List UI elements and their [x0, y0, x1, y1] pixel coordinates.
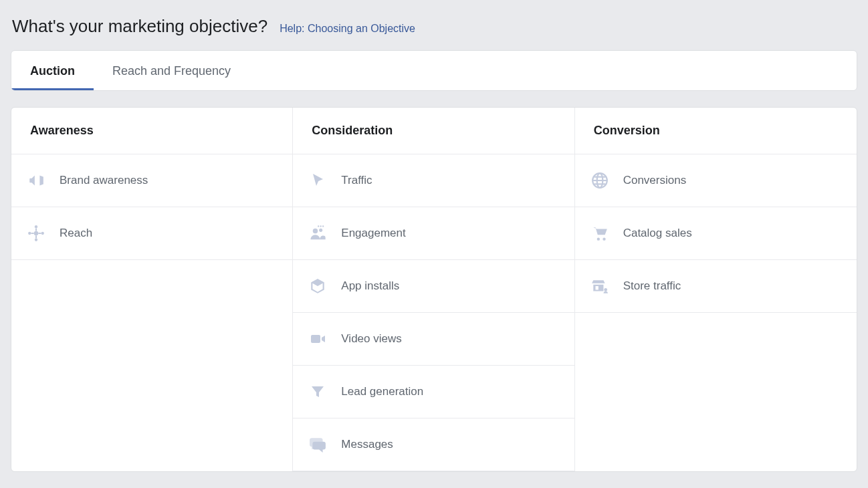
page-title: What's your marketing objective? [12, 16, 267, 37]
svg-point-8 [320, 225, 322, 227]
objective-lead-generation[interactable]: Lead generation [293, 366, 574, 418]
objective-label: Lead generation [341, 385, 423, 398]
box-icon [308, 276, 328, 296]
objective-label: Video views [341, 332, 401, 346]
tab-reach-frequency[interactable]: Reach and Frequency [94, 51, 249, 90]
funnel-icon [308, 382, 328, 402]
objective-label: Store traffic [623, 279, 681, 293]
svg-point-3 [28, 232, 31, 235]
column-header-awareness: Awareness [11, 108, 292, 154]
objective-label: App installs [341, 279, 399, 293]
objective-label: Messages [341, 438, 393, 451]
objective-reach[interactable]: Reach [11, 207, 292, 260]
objective-label: Traffic [341, 174, 372, 187]
svg-point-5 [313, 229, 318, 233]
column-conversion: Conversion Conversions Catalog sales Sto… [575, 108, 857, 471]
objective-store-traffic[interactable]: Store traffic [575, 260, 857, 313]
tabs-panel: Auction Reach and Frequency [11, 50, 857, 91]
objective-label: Brand awareness [60, 174, 148, 187]
svg-point-7 [318, 225, 319, 227]
svg-point-4 [41, 232, 44, 235]
svg-rect-10 [311, 335, 320, 343]
people-icon [308, 223, 328, 243]
objective-video-views[interactable]: Video views [293, 313, 574, 366]
objective-engagement[interactable]: Engagement [293, 207, 574, 260]
video-icon [308, 329, 328, 349]
column-header-conversion: Conversion [575, 108, 857, 154]
svg-point-6 [319, 229, 322, 232]
objective-traffic[interactable]: Traffic [293, 154, 574, 207]
objective-label: Reach [60, 227, 92, 240]
objective-brand-awareness[interactable]: Brand awareness [11, 154, 292, 207]
objective-app-installs[interactable]: App installs [293, 260, 574, 313]
store-icon [590, 276, 610, 296]
svg-point-13 [596, 238, 599, 241]
svg-point-9 [322, 225, 324, 227]
objective-label: Engagement [341, 227, 405, 240]
cursor-icon [308, 170, 328, 191]
chat-icon [308, 435, 328, 455]
objective-columns: Awareness Brand awareness Reach Consider… [11, 107, 857, 472]
globe-icon [590, 170, 610, 191]
column-consideration: Consideration Traffic Engagement App ins… [293, 108, 574, 471]
objective-messages[interactable]: Messages [293, 418, 574, 471]
objective-conversions[interactable]: Conversions [575, 154, 857, 207]
objective-label: Catalog sales [623, 227, 692, 240]
objective-catalog-sales[interactable]: Catalog sales [575, 207, 857, 260]
svg-point-15 [604, 288, 607, 291]
svg-point-2 [35, 239, 37, 241]
svg-point-14 [603, 238, 605, 241]
column-awareness: Awareness Brand awareness Reach [11, 108, 293, 471]
objective-label: Conversions [623, 174, 687, 187]
cart-icon [590, 223, 610, 243]
help-link[interactable]: Help: Choosing an Objective [280, 23, 415, 35]
reach-icon [26, 223, 46, 243]
tab-auction[interactable]: Auction [11, 51, 94, 90]
megaphone-icon [26, 170, 46, 191]
column-header-consideration: Consideration [293, 108, 574, 154]
svg-point-0 [34, 231, 39, 236]
svg-point-1 [35, 225, 37, 228]
